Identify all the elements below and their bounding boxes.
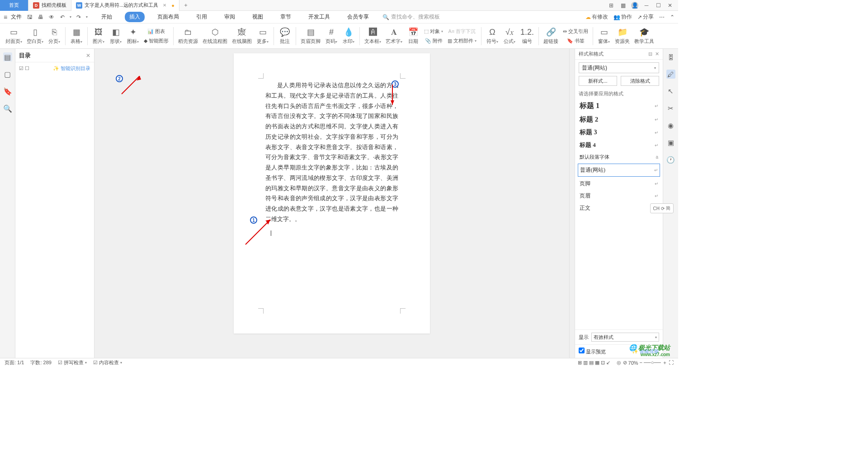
layout-icon[interactable]: ⊞ — [608, 2, 615, 9]
hyperlink-button[interactable]: 🔗超链接 — [542, 25, 560, 47]
undo-icon[interactable]: ↶ — [59, 14, 66, 21]
word-count[interactable]: 字数: 289 — [30, 359, 51, 366]
tab-insert[interactable]: 插入 — [125, 12, 145, 22]
chevron-down-icon[interactable]: ▾ — [86, 15, 88, 19]
tab-page-layout[interactable]: 页面布局 — [153, 12, 184, 22]
dropcap-button[interactable]: A≡首字下沉 — [446, 27, 478, 36]
more-button[interactable]: ▭更多▾ — [255, 25, 271, 47]
page-1[interactable]: 是人类用符号记录表达信息以传之久远的方式和工具。现代文字大多是记录语言的工具。人… — [234, 53, 430, 334]
close-icon[interactable]: ✕ — [655, 51, 659, 57]
more-icon[interactable]: ⋯ — [659, 14, 665, 20]
style-icon[interactable]: 🖊 — [666, 70, 675, 79]
style-heading-1[interactable]: 标题 1↵ — [575, 99, 663, 113]
toc-expand-icons[interactable]: ☑ ☐ — [19, 66, 29, 71]
collab-button[interactable]: 👥协作 — [613, 13, 632, 21]
style-footer[interactable]: 页脚↵ — [575, 178, 663, 190]
date-button[interactable]: 📅日期 — [405, 25, 421, 47]
object-button[interactable]: ⬚对象▾ — [422, 27, 445, 36]
forms-button[interactable]: ▭窗体▾ — [596, 25, 612, 47]
header-footer-button[interactable]: ▤页眉页脚 — [299, 25, 322, 47]
clear-format-button[interactable]: 清除格式 — [621, 76, 659, 86]
command-search[interactable]: 🔍 查找命令、搜索模板 — [382, 13, 440, 21]
document-body-text[interactable]: 是人类用符号记录表达信息以传之久远的方式和工具。现代文字大多是记录语言的工具。人… — [265, 80, 398, 225]
nav-icon[interactable]: ▢ — [3, 70, 12, 79]
print-icon[interactable]: 🖶 — [37, 14, 44, 21]
close-icon[interactable]: ✕ — [86, 52, 90, 59]
teaching-tools-button[interactable]: 🎓教学工具 — [632, 25, 656, 47]
page-indicator[interactable]: 页面: 1/1 — [5, 359, 24, 366]
share-button[interactable]: ↗分享 — [637, 13, 654, 21]
tab-member[interactable]: 会员专享 — [343, 12, 373, 22]
avatar-icon[interactable]: 👤 — [631, 2, 638, 9]
file-menu[interactable]: 文件 — [11, 13, 22, 21]
page-break-button[interactable]: ⎘分页▾ — [46, 25, 62, 47]
crossref-button[interactable]: ⇔交叉引用 — [561, 27, 590, 36]
flowchart-button[interactable]: ⬡在线流程图 — [201, 25, 229, 47]
preview-icon[interactable]: 👁 — [48, 14, 55, 21]
current-style-select[interactable]: 普通(网站) ▾ — [579, 62, 659, 73]
tab-home[interactable]: 首页 — [0, 0, 28, 11]
tab-developer[interactable]: 开发工具 — [304, 12, 335, 22]
style-list[interactable]: 标题 1↵ 标题 2↵ 标题 3↵ 标题 4↵ 默认段落字体a 普通(网站)↵ … — [575, 99, 663, 329]
hamburger-icon[interactable]: ≡ — [4, 14, 7, 21]
changes-button[interactable]: ☁有修改 — [585, 13, 608, 21]
chart-button[interactable]: 📊图表 — [142, 27, 170, 36]
view-mode-icons[interactable]: ⊞ ▥ ▤ ▦ ⊡ ↙ — [578, 360, 610, 366]
redo-icon[interactable]: ↷ — [75, 14, 82, 21]
show-preview-checkbox[interactable]: 显示预览 — [579, 348, 606, 355]
doc-parts-button[interactable]: ▥文档部件▾ — [446, 37, 478, 45]
tab-section[interactable]: 章节 — [276, 12, 296, 22]
grid-icon[interactable]: ▦ — [619, 2, 627, 9]
search-nav-icon[interactable]: 🔍 — [3, 104, 12, 113]
maximize-icon[interactable]: ☐ — [655, 2, 662, 9]
textbox-button[interactable]: 🅰文本框▾ — [363, 25, 383, 47]
style-normal-web[interactable]: 普通(网站)↵ — [578, 164, 660, 177]
close-icon[interactable]: ✕ — [163, 3, 166, 8]
tab-view[interactable]: 视图 — [248, 12, 268, 22]
minimize-icon[interactable]: ─ — [643, 2, 650, 9]
style-heading-2[interactable]: 标题 2↵ — [575, 113, 663, 126]
style-header[interactable]: 页眉↵ — [575, 190, 663, 202]
blank-page-button[interactable]: ▯空白页▾ — [25, 25, 45, 47]
save-icon[interactable]: 🖫 — [26, 14, 33, 21]
comment-button[interactable]: 💬批注 — [277, 25, 293, 47]
ime-badge[interactable]: CH ⟳ 简 — [650, 203, 674, 213]
zoom-controls[interactable]: ◎ ⊘ 70% − ──○── ＋ ⛶ — [617, 359, 674, 366]
tab-review[interactable]: 审阅 — [220, 12, 240, 22]
properties-icon[interactable]: 🎛 — [666, 52, 675, 61]
tab-add-button[interactable]: ＋ — [179, 1, 192, 9]
chevron-up-icon[interactable]: ⌃ — [670, 14, 675, 20]
help-icon[interactable]: ▣ — [666, 138, 675, 147]
style-heading-3[interactable]: 标题 3↵ — [575, 126, 663, 139]
bookmark-nav-icon[interactable]: 🔖 — [3, 87, 12, 96]
cursor-position[interactable]: | — [265, 229, 398, 237]
tab-document[interactable]: W 文字是人类用符...远的方式和工具 ✕ ● — [71, 0, 179, 11]
page-number-button[interactable]: #页码▾ — [323, 25, 340, 47]
watermark-button[interactable]: 💧水印▾ — [340, 25, 357, 47]
content-check-button[interactable]: ☑ 内容检查 ▾ — [93, 359, 122, 366]
picture-button[interactable]: 🖼图片▾ — [90, 25, 107, 47]
tab-start[interactable]: 开始 — [97, 12, 117, 22]
style-body[interactable]: 正文↵ — [575, 202, 663, 214]
table-button[interactable]: ▦表格▾ — [68, 25, 85, 47]
resource-folder-button[interactable]: 📁资源夹 — [613, 25, 632, 47]
attachment-button[interactable]: 📎附件 — [422, 37, 445, 45]
bookmark-button[interactable]: 🔖书签 — [561, 37, 590, 45]
document-scroll[interactable]: 是人类用符号记录表达信息以传之久远的方式和工具。现代文字大多是记录语言的工具。人… — [94, 49, 569, 358]
style-default-font[interactable]: 默认段落字体a — [575, 151, 663, 163]
new-style-button[interactable]: 新样式... — [579, 76, 617, 86]
select-icon[interactable]: ↖ — [666, 87, 675, 96]
style-heading-4[interactable]: 标题 4↵ — [575, 139, 663, 151]
toc-smart-button[interactable]: ✨智能识别目录 — [53, 65, 90, 72]
close-window-icon[interactable]: ✕ — [666, 2, 674, 9]
docer-resource-button[interactable]: 🗀稻壳资源 — [176, 25, 200, 47]
icons-button[interactable]: ✦图标▾ — [125, 25, 141, 47]
tab-template[interactable]: D 找稻壳模板 — [28, 0, 71, 11]
symbol-button[interactable]: Ω符号▾ — [484, 25, 500, 47]
numbering-button[interactable]: 1.2.编号 — [519, 25, 536, 47]
toc-icon[interactable]: ▤ — [3, 52, 12, 61]
equation-button[interactable]: √𝑥公式▾ — [501, 25, 518, 47]
shapes-button[interactable]: ◧形状▾ — [108, 25, 124, 47]
shape-icon[interactable]: ◉ — [666, 121, 675, 130]
clip-icon[interactable]: ✂ — [666, 104, 675, 113]
